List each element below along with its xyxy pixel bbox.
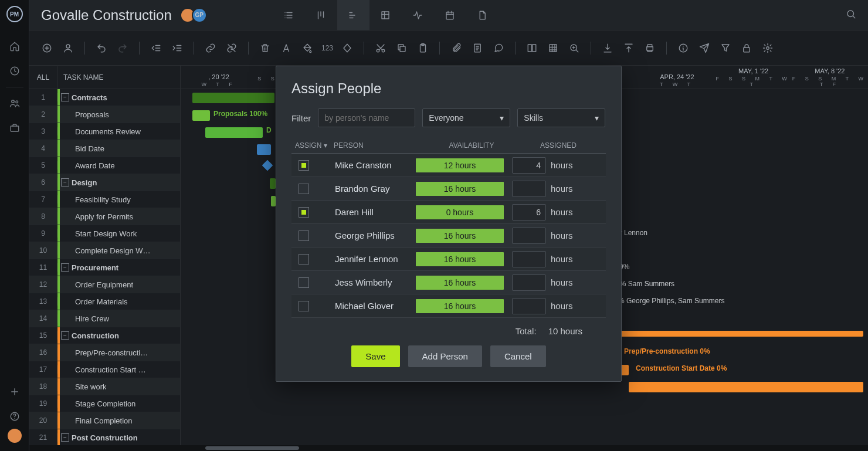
export-icon[interactable] (622, 41, 636, 55)
attach-icon[interactable] (449, 41, 463, 55)
assign-checkbox[interactable] (299, 160, 309, 171)
view-board-icon[interactable] (305, 0, 337, 30)
view-calendar-icon[interactable] (434, 0, 466, 30)
indent-icon[interactable] (170, 41, 184, 55)
gantt-bar[interactable] (192, 110, 210, 121)
search-icon[interactable] (846, 9, 856, 22)
cancel-button[interactable]: Cancel (490, 345, 546, 367)
assigned-hours-input[interactable] (512, 228, 546, 244)
task-row[interactable]: 6−Design (29, 174, 180, 191)
assigned-hours-input[interactable] (512, 204, 546, 221)
assign-icon[interactable] (61, 41, 75, 55)
task-row[interactable]: 9Start Design Work (29, 225, 180, 242)
task-row[interactable]: 18Site work (29, 378, 180, 395)
view-gantt-icon[interactable] (337, 0, 369, 30)
home-icon[interactable] (6, 38, 23, 55)
delete-icon[interactable] (258, 41, 272, 55)
col-availability[interactable]: AVAILABILITY (428, 141, 516, 150)
assigned-hours-input[interactable] (512, 181, 546, 197)
add-task-icon[interactable] (40, 41, 54, 55)
task-row[interactable]: 7Feasibility Study (29, 191, 180, 208)
task-row[interactable]: 8Apply for Permits (29, 208, 180, 225)
view-table-icon[interactable] (369, 0, 402, 30)
assign-checkbox[interactable] (299, 230, 309, 241)
task-row[interactable]: 16Prep/Pre-constructi… (29, 344, 180, 361)
view-activity-icon[interactable] (402, 0, 434, 30)
info-icon[interactable] (676, 41, 690, 55)
grid-icon[interactable] (546, 41, 560, 55)
text-style-icon[interactable] (279, 41, 293, 55)
assign-checkbox[interactable] (299, 254, 309, 265)
lock-icon[interactable] (740, 41, 754, 55)
outdent-icon[interactable] (149, 41, 163, 55)
assigned-hours-input[interactable] (512, 251, 546, 267)
task-row[interactable]: 5Award Date (29, 157, 180, 174)
task-row[interactable]: 14Hire Crew (29, 310, 180, 327)
task-row[interactable]: 12Order Equipment (29, 276, 180, 293)
member-avatars[interactable]: GP (184, 8, 207, 23)
import-icon[interactable] (601, 41, 615, 55)
task-row[interactable]: 17Construction Start … (29, 361, 180, 378)
undo-icon[interactable] (94, 41, 108, 55)
assign-checkbox[interactable] (299, 301, 309, 311)
settings-icon[interactable] (761, 41, 775, 55)
collapse-icon[interactable]: − (61, 331, 69, 340)
gantt-bar[interactable] (205, 127, 263, 138)
task-row[interactable]: 10Complete Design W… (29, 242, 180, 259)
collapse-icon[interactable]: − (61, 93, 69, 101)
numbering-icon[interactable]: 123 (321, 44, 333, 52)
collapse-icon[interactable]: − (61, 433, 69, 442)
filter-input[interactable] (318, 108, 415, 127)
filter-skills-select[interactable]: Skills▾ (517, 108, 605, 127)
redo-icon[interactable] (116, 41, 130, 55)
task-row[interactable]: 1−Contracts (29, 89, 180, 106)
assigned-hours-input[interactable] (512, 274, 546, 291)
assign-checkbox[interactable] (299, 277, 309, 288)
fill-icon[interactable] (300, 41, 314, 55)
send-icon[interactable] (697, 41, 711, 55)
milestone-icon[interactable] (262, 160, 273, 171)
filter-icon[interactable] (718, 41, 733, 55)
task-row[interactable]: 13Order Materials (29, 293, 180, 310)
view-list-icon[interactable] (273, 0, 305, 30)
col-person[interactable]: PERSON (334, 141, 428, 150)
paste-icon[interactable] (416, 41, 430, 55)
unlink-icon[interactable] (225, 41, 239, 55)
gantt-bar[interactable] (257, 144, 271, 155)
task-row[interactable]: 15−Construction (29, 327, 180, 344)
col-name[interactable]: TASK NAME (57, 73, 103, 82)
briefcase-icon[interactable] (6, 119, 23, 137)
view-doc-icon[interactable] (466, 0, 499, 30)
gantt-bar[interactable] (617, 331, 863, 337)
print-icon[interactable] (643, 41, 657, 55)
gantt-bar[interactable] (270, 178, 276, 189)
task-row[interactable]: 3Documents Review (29, 123, 180, 140)
columns-icon[interactable] (525, 41, 539, 55)
gantt-bar[interactable] (629, 382, 863, 392)
member-avatar[interactable]: GP (192, 8, 207, 23)
task-row[interactable]: 19Stage Completion (29, 395, 180, 412)
col-assigned[interactable]: ASSIGNED (516, 141, 606, 150)
assign-checkbox[interactable] (299, 184, 309, 194)
milestone-icon[interactable] (340, 41, 354, 55)
col-assign[interactable]: ASSIGN ▾ (291, 141, 334, 150)
copy-icon[interactable] (395, 41, 409, 55)
zoom-icon[interactable] (567, 41, 581, 55)
task-row[interactable]: 4Bid Date (29, 140, 180, 157)
assigned-hours-input[interactable] (512, 298, 546, 314)
task-row[interactable]: 2Proposals (29, 106, 180, 123)
collapse-icon[interactable]: − (61, 178, 69, 186)
add-icon[interactable] (6, 383, 23, 401)
people-icon[interactable] (6, 94, 23, 112)
task-row[interactable]: 21−Post Construction (29, 429, 180, 446)
cut-icon[interactable] (374, 41, 388, 55)
app-logo[interactable]: PM (6, 6, 23, 22)
col-all[interactable]: ALL (29, 66, 57, 89)
scrollbar-thumb[interactable] (205, 446, 299, 450)
assign-checkbox[interactable] (299, 207, 309, 218)
user-avatar[interactable] (8, 429, 22, 443)
comment-icon[interactable] (491, 41, 506, 55)
link-icon[interactable] (204, 41, 218, 55)
save-button[interactable]: Save (351, 345, 399, 367)
recent-icon[interactable] (6, 62, 23, 80)
